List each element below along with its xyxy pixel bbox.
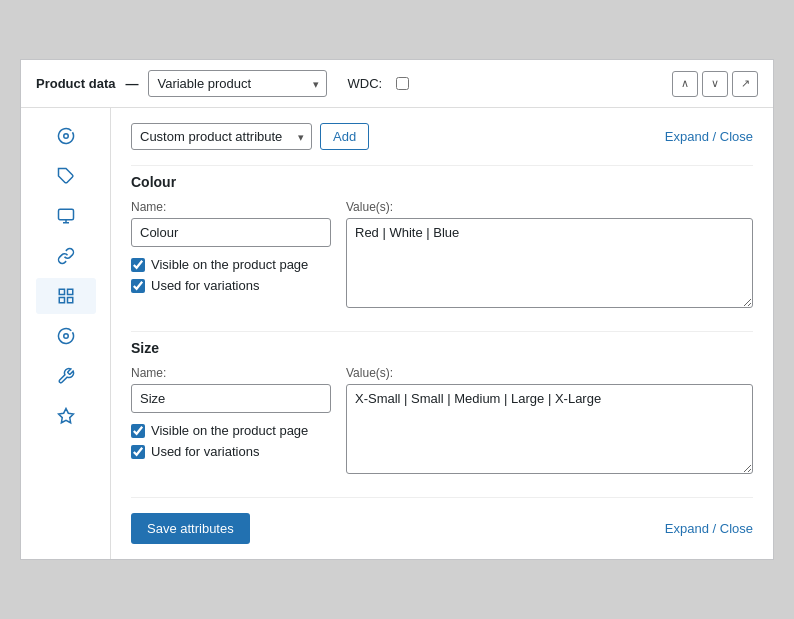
visible-label-1: Visible on the product page <box>151 423 308 438</box>
attribute-title-0: Colour <box>131 165 753 200</box>
values-label-1: Value(s): <box>346 366 753 380</box>
name-label-1: Name: <box>131 366 331 380</box>
sidebar-item-general[interactable] <box>36 118 96 154</box>
up-arrow-button[interactable]: ∧ <box>672 71 698 97</box>
attribute-block-0: Colour Name: Visible on the product page… <box>131 165 753 311</box>
svg-rect-5 <box>59 289 64 294</box>
attribute-left-1: Name: Visible on the product page Used f… <box>131 366 331 459</box>
visible-checkbox-row-0[interactable]: Visible on the product page <box>131 257 331 272</box>
header-dash: — <box>125 76 138 91</box>
main-content: Custom product attribute Add Expand / Cl… <box>21 108 773 559</box>
variations-label-1: Used for variations <box>151 444 259 459</box>
name-input-1[interactable] <box>131 384 331 413</box>
sidebar <box>21 108 111 559</box>
product-data-label: Product data <box>36 76 115 91</box>
values-textarea-0[interactable]: Red | White | Blue <box>346 218 753 308</box>
attribute-right-1: Value(s): X-Small | Small | Medium | Lar… <box>346 366 753 477</box>
svg-rect-2 <box>58 209 73 220</box>
svg-marker-10 <box>58 409 73 423</box>
expand-close-bottom[interactable]: Expand / Close <box>665 521 753 536</box>
variations-checkbox-0[interactable] <box>131 279 145 293</box>
attribute-type-select[interactable]: Custom product attribute <box>131 123 312 150</box>
checkboxes-0: Visible on the product page Used for var… <box>131 257 331 293</box>
add-attribute-button[interactable]: Add <box>320 123 369 150</box>
variations-checkbox-row-0[interactable]: Used for variations <box>131 278 331 293</box>
wdc-label: WDC: <box>347 76 382 91</box>
name-input-0[interactable] <box>131 218 331 247</box>
variations-checkbox-1[interactable] <box>131 445 145 459</box>
wdc-checkbox[interactable] <box>396 77 409 90</box>
right-panel: Custom product attribute Add Expand / Cl… <box>111 108 773 559</box>
panel-footer: Save attributes Expand / Close <box>131 497 753 544</box>
name-label-0: Name: <box>131 200 331 214</box>
variations-label-0: Used for variations <box>151 278 259 293</box>
attribute-block-1: Size Name: Visible on the product page U… <box>131 331 753 477</box>
checkboxes-1: Visible on the product page Used for var… <box>131 423 331 459</box>
svg-point-0 <box>63 134 68 139</box>
sidebar-item-advanced[interactable] <box>36 318 96 354</box>
attribute-fields-1: Name: Visible on the product page Used f… <box>131 366 753 477</box>
sidebar-item-attributes[interactable] <box>36 278 96 314</box>
save-attributes-button[interactable]: Save attributes <box>131 513 250 544</box>
attribute-right-0: Value(s): Red | White | Blue <box>346 200 753 311</box>
attribute-title-1: Size <box>131 331 753 366</box>
sidebar-item-shipping[interactable] <box>36 198 96 234</box>
svg-rect-6 <box>67 289 72 294</box>
visible-checkbox-1[interactable] <box>131 424 145 438</box>
visible-checkbox-row-1[interactable]: Visible on the product page <box>131 423 331 438</box>
sidebar-item-inventory[interactable] <box>36 158 96 194</box>
down-arrow-button[interactable]: ∨ <box>702 71 728 97</box>
header-right-buttons: ∧ ∨ ↗ <box>672 71 758 97</box>
product-type-select-wrapper[interactable]: Variable product Simple product Grouped … <box>148 70 327 97</box>
svg-point-9 <box>63 334 68 339</box>
sidebar-item-custom1[interactable] <box>36 358 96 394</box>
sidebar-item-linked[interactable] <box>36 238 96 274</box>
product-type-select[interactable]: Variable product Simple product Grouped … <box>148 70 327 97</box>
values-label-0: Value(s): <box>346 200 753 214</box>
attribute-select-wrapper[interactable]: Custom product attribute <box>131 123 312 150</box>
top-toolbar: Custom product attribute Add Expand / Cl… <box>131 123 753 150</box>
sidebar-item-custom2[interactable] <box>36 398 96 434</box>
toolbar-left: Custom product attribute Add <box>131 123 369 150</box>
variations-checkbox-row-1[interactable]: Used for variations <box>131 444 331 459</box>
attributes-container: Colour Name: Visible on the product page… <box>131 165 753 477</box>
values-textarea-1[interactable]: X-Small | Small | Medium | Large | X-Lar… <box>346 384 753 474</box>
attribute-fields-0: Name: Visible on the product page Used f… <box>131 200 753 311</box>
visible-checkbox-0[interactable] <box>131 258 145 272</box>
expand-close-top[interactable]: Expand / Close <box>665 129 753 144</box>
product-data-header: Product data — Variable product Simple p… <box>21 60 773 108</box>
expand-arrow-button[interactable]: ↗ <box>732 71 758 97</box>
product-data-panel: Product data — Variable product Simple p… <box>20 59 774 560</box>
svg-rect-8 <box>67 298 72 303</box>
svg-rect-7 <box>59 298 64 303</box>
attribute-left-0: Name: Visible on the product page Used f… <box>131 200 331 293</box>
visible-label-0: Visible on the product page <box>151 257 308 272</box>
